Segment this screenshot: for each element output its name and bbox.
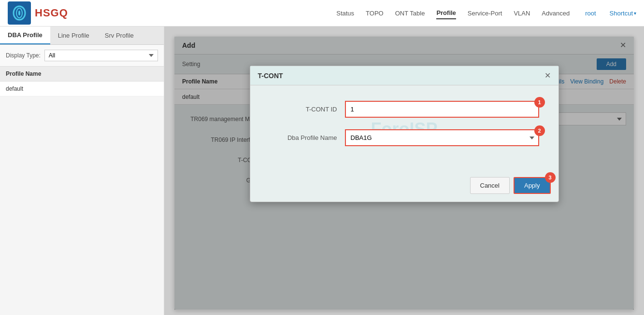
step-badge-3: 3 <box>545 172 556 183</box>
main-area: DBA Profile Line Profile Srv Profile Dis… <box>0 27 644 315</box>
left-panel: DBA Profile Line Profile Srv Profile Dis… <box>0 27 164 315</box>
right-panel: Add ✕ Setting Add Profile Name View Deta… <box>164 27 644 315</box>
top-nav: HSGQ Status TOPO ONT Table Profile Servi… <box>0 0 644 27</box>
nav-user: root <box>585 10 596 17</box>
outer-dialog: Add ✕ Setting Add Profile Name View Deta… <box>174 36 634 310</box>
nav-profile[interactable]: Profile <box>436 7 456 19</box>
modal-close-button[interactable]: ✕ <box>544 71 551 80</box>
step-badge-2: 2 <box>534 125 545 136</box>
display-type-row: Display Type: All <box>0 45 164 67</box>
modal-form-row-dba-profile: Dba Profile Name DBA1G 2 <box>270 129 539 146</box>
tab-srv-profile[interactable]: Srv Profile <box>97 27 142 44</box>
nav-ont-table[interactable]: ONT Table <box>395 8 425 19</box>
nav-shortcut[interactable]: Shortcut ▾ <box>610 10 636 17</box>
modal-footer: Cancel Apply 3 <box>250 173 558 202</box>
nav-vlan[interactable]: VLAN <box>514 8 530 19</box>
nav-links: Status TOPO ONT Table Profile Service-Po… <box>336 7 636 19</box>
modal-dba-profile-label: Dba Profile Name <box>270 134 337 141</box>
modal-overlay: T-CONT ✕ ForoISP T-CONT ID 1 <box>174 37 634 310</box>
modal-header: T-CONT ✕ <box>250 66 558 85</box>
cancel-button[interactable]: Cancel <box>470 177 510 194</box>
profile-table: Profile Name default <box>0 67 164 96</box>
tcont-modal: T-CONT ✕ ForoISP T-CONT ID 1 <box>250 66 559 202</box>
logo-area: HSGQ <box>8 1 68 25</box>
nav-status[interactable]: Status <box>336 8 354 19</box>
modal-title: T-CONT <box>258 72 283 80</box>
profile-table-header: Profile Name <box>0 67 164 82</box>
tab-line-profile[interactable]: Line Profile <box>50 27 97 44</box>
modal-body: ForoISP T-CONT ID 1 Dba Profile Name <box>250 85 558 173</box>
nav-topo[interactable]: TOPO <box>366 8 384 19</box>
logo-icon <box>8 1 31 25</box>
nav-service-port[interactable]: Service-Port <box>468 8 502 19</box>
dba-profile-select[interactable]: DBA1G <box>345 129 539 146</box>
chevron-down-icon: ▾ <box>634 11 636 16</box>
step-badge-1: 1 <box>534 97 545 108</box>
tcont-id-input[interactable] <box>345 101 539 118</box>
nav-advanced[interactable]: Advanced <box>542 8 570 19</box>
tab-bar: DBA Profile Line Profile Srv Profile <box>0 27 164 45</box>
modal-tcont-id-label: T-CONT ID <box>270 106 337 113</box>
svg-point-3 <box>18 11 20 15</box>
logo-text: HSGQ <box>35 7 68 19</box>
tab-dba-profile[interactable]: DBA Profile <box>0 27 50 44</box>
display-type-select[interactable]: All <box>44 50 158 61</box>
list-item[interactable]: default <box>0 82 164 96</box>
modal-form-row-tcont-id: T-CONT ID 1 <box>270 101 539 118</box>
display-type-label: Display Type: <box>6 52 41 59</box>
